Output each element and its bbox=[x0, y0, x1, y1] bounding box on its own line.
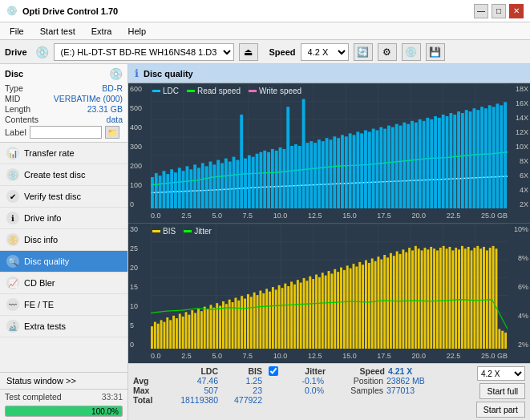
svg-rect-146 bbox=[312, 279, 314, 349]
svg-rect-151 bbox=[328, 271, 330, 349]
svg-rect-183 bbox=[427, 249, 429, 349]
read-speed-color bbox=[187, 90, 195, 92]
svg-rect-164 bbox=[368, 263, 370, 349]
settings-button[interactable]: ⚙ bbox=[378, 43, 397, 61]
eject-button[interactable]: ⏏ bbox=[239, 43, 258, 61]
start-part-button[interactable]: Start part bbox=[476, 402, 525, 418]
svg-rect-111 bbox=[204, 307, 206, 349]
drive-info-icon: ℹ bbox=[6, 212, 19, 224]
svg-rect-197 bbox=[471, 250, 473, 349]
svg-rect-75 bbox=[438, 118, 441, 208]
svg-rect-88 bbox=[488, 105, 492, 208]
progress-bar-container: 100.0% bbox=[0, 404, 127, 420]
svg-rect-77 bbox=[446, 116, 449, 208]
chart-top-svg bbox=[151, 83, 508, 208]
minimize-button[interactable]: — bbox=[474, 4, 488, 18]
svg-rect-62 bbox=[387, 126, 390, 208]
refresh-button[interactable]: 🔄 bbox=[354, 43, 373, 61]
svg-rect-82 bbox=[465, 110, 468, 208]
svg-rect-137 bbox=[284, 284, 286, 349]
svg-rect-66 bbox=[403, 123, 406, 208]
svg-rect-8 bbox=[178, 168, 181, 208]
sidebar-item-transfer-rate[interactable]: 📊 Transfer rate bbox=[0, 143, 127, 164]
progress-label: 100.0% bbox=[91, 406, 119, 417]
sidebar-item-verify-test-disc[interactable]: ✔ Verify test disc bbox=[0, 186, 127, 208]
svg-rect-143 bbox=[303, 278, 305, 349]
svg-rect-179 bbox=[415, 246, 417, 349]
menu-help[interactable]: Help bbox=[124, 26, 149, 37]
svg-rect-133 bbox=[272, 287, 274, 349]
save-button[interactable]: 💾 bbox=[426, 43, 445, 61]
svg-rect-198 bbox=[473, 248, 475, 349]
svg-rect-74 bbox=[434, 116, 437, 208]
svg-rect-58 bbox=[372, 129, 375, 208]
sidebar-item-cd-bler[interactable]: 📈 CD Bler bbox=[0, 273, 127, 294]
svg-rect-49 bbox=[337, 138, 340, 208]
chart-top-y-right: 18X 16X 14X 12X 10X 8X 6X 4X 2X bbox=[508, 83, 530, 208]
bis-header: BIS bbox=[225, 366, 269, 376]
svg-rect-73 bbox=[430, 119, 433, 208]
svg-rect-34 bbox=[279, 147, 282, 208]
svg-rect-172 bbox=[393, 256, 395, 349]
menu-file[interactable]: File bbox=[6, 26, 27, 37]
disc-icon-btn[interactable]: 💿 bbox=[402, 43, 421, 61]
sidebar-item-drive-info[interactable]: ℹ Drive info bbox=[0, 208, 127, 229]
cd-bler-icon: 📈 bbox=[6, 277, 19, 289]
svg-rect-101 bbox=[172, 316, 175, 349]
svg-rect-99 bbox=[166, 317, 168, 349]
svg-rect-10 bbox=[186, 166, 189, 208]
menu-extra[interactable]: Extra bbox=[88, 26, 115, 37]
maximize-button[interactable]: □ bbox=[492, 4, 506, 18]
chart-top-x-axis: 0.0 2.5 5.0 7.5 10.0 12.5 15.0 17.5 20.0… bbox=[151, 208, 508, 223]
legend-ldc: LDC bbox=[152, 87, 179, 95]
svg-rect-114 bbox=[212, 308, 215, 349]
max-bis: 23 bbox=[225, 386, 269, 395]
svg-rect-186 bbox=[436, 250, 439, 349]
sidebar-item-extra-tests[interactable]: 🔬 Extra tests bbox=[0, 316, 127, 337]
svg-rect-69 bbox=[415, 123, 418, 208]
speed-select[interactable]: 4.2 X bbox=[301, 43, 349, 61]
svg-rect-26 bbox=[248, 155, 251, 208]
svg-rect-207 bbox=[501, 331, 504, 349]
sidebar-item-disc-quality[interactable]: 🔍 Disc quality bbox=[0, 251, 127, 273]
stats-speed-select[interactable]: 4.2 X bbox=[477, 366, 525, 381]
menu-start-test[interactable]: Start test bbox=[37, 26, 79, 37]
close-button[interactable]: ✕ bbox=[509, 4, 524, 18]
svg-rect-153 bbox=[334, 269, 336, 349]
status-section: Status window >> Test completed 33:31 10… bbox=[0, 372, 127, 420]
sidebar-item-fe-te[interactable]: 〰 FE / TE bbox=[0, 294, 127, 316]
sidebar-item-create-test-disc[interactable]: 💿 Create test disc bbox=[0, 164, 127, 186]
svg-rect-3 bbox=[159, 176, 162, 208]
label-input[interactable] bbox=[30, 126, 102, 139]
status-window-button[interactable]: Status window >> bbox=[0, 373, 127, 390]
svg-rect-67 bbox=[407, 124, 410, 208]
svg-rect-142 bbox=[300, 283, 302, 349]
progress-bar-bg: 100.0% bbox=[5, 406, 123, 417]
svg-rect-161 bbox=[358, 262, 361, 349]
disc-info-icon: 📀 bbox=[6, 233, 19, 246]
svg-rect-23 bbox=[236, 160, 239, 208]
svg-rect-112 bbox=[207, 309, 209, 349]
svg-rect-83 bbox=[469, 111, 472, 208]
svg-rect-108 bbox=[194, 313, 196, 349]
svg-rect-200 bbox=[479, 248, 482, 349]
contents-value: data bbox=[107, 115, 123, 124]
svg-rect-196 bbox=[467, 247, 470, 349]
stats-table: LDC BIS Jitter Speed 4.21 X Avg 47.46 1.… bbox=[133, 366, 463, 405]
drive-select[interactable]: (E:) HL-DT-ST BD-RE WH16NS48 1.D3 bbox=[54, 43, 234, 61]
sidebar-item-disc-info[interactable]: 📀 Disc info bbox=[0, 229, 127, 251]
start-full-button[interactable]: Start full bbox=[479, 383, 525, 399]
svg-rect-19 bbox=[220, 163, 224, 208]
svg-rect-91 bbox=[500, 105, 503, 208]
svg-rect-102 bbox=[176, 318, 178, 349]
svg-rect-90 bbox=[496, 103, 499, 208]
svg-rect-182 bbox=[424, 248, 427, 349]
svg-rect-201 bbox=[483, 247, 485, 349]
avg-ldc: 47.46 bbox=[168, 376, 225, 386]
ldc-header: LDC bbox=[168, 366, 225, 376]
jitter-checkbox[interactable] bbox=[269, 366, 278, 376]
disc-panel-icon: 💿 bbox=[109, 67, 123, 80]
svg-rect-107 bbox=[191, 310, 193, 349]
drive-icon: 💿 bbox=[35, 46, 49, 59]
label-browse-button[interactable]: 📁 bbox=[105, 126, 119, 139]
